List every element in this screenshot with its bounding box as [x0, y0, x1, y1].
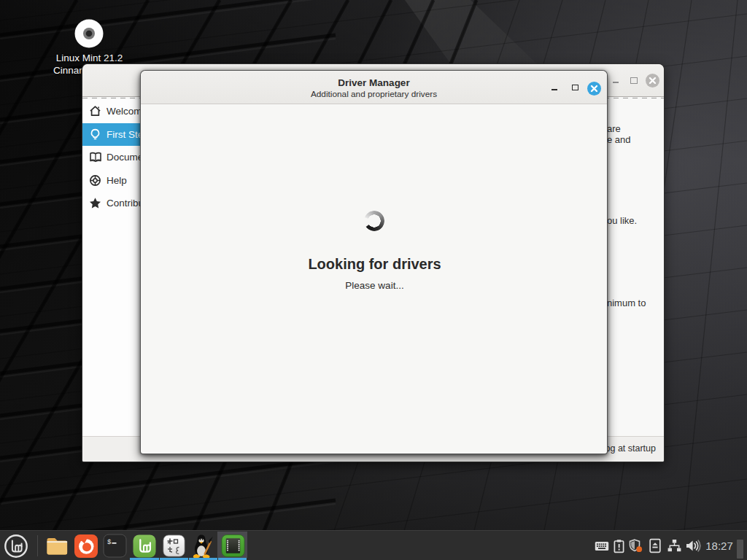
svg-text:$: $	[107, 539, 112, 546]
